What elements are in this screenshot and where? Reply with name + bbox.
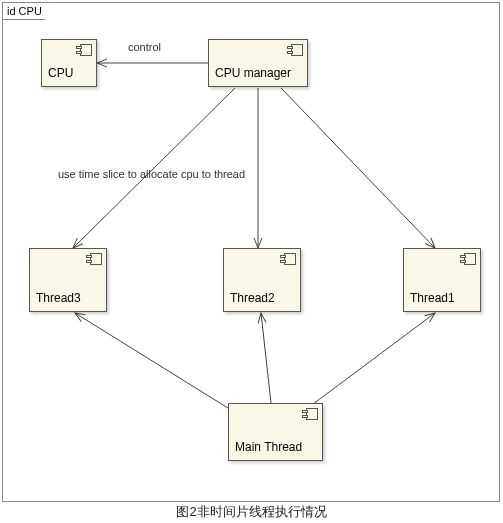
component-cpu-manager: CPU manager [208,39,308,87]
component-thread3: Thread3 [29,248,107,312]
edge-label-allocate: use time slice to allocate cpu to thread [58,168,245,180]
diagram-frame: id CPU control use time slice [2,2,500,502]
component-label: Thread1 [410,291,455,305]
component-label: CPU [48,66,73,80]
frame-title: id CPU [2,2,53,20]
component-thread2: Thread2 [223,248,301,312]
edge-main-thread1 [301,313,435,413]
component-main-thread: Main Thread [228,403,323,461]
edge-main-thread3 [75,313,236,413]
component-icon [302,408,318,420]
component-icon [280,253,296,265]
component-label: Thread3 [36,291,81,305]
edge-label-control: control [128,41,161,53]
edge-allocate-thread1 [281,88,435,248]
diagram-stage: id CPU control use time slice [0,0,503,523]
component-icon [76,44,92,56]
component-label: Thread2 [230,291,275,305]
component-thread1: Thread1 [403,248,481,312]
figure-caption: 图2非时间片线程执行情况 [0,503,503,521]
component-icon [460,253,476,265]
component-icon [86,253,102,265]
component-cpu: CPU [41,39,97,87]
component-label: Main Thread [235,440,302,454]
component-label: CPU manager [215,66,291,80]
component-icon [287,44,303,56]
edge-main-thread2 [261,313,271,403]
